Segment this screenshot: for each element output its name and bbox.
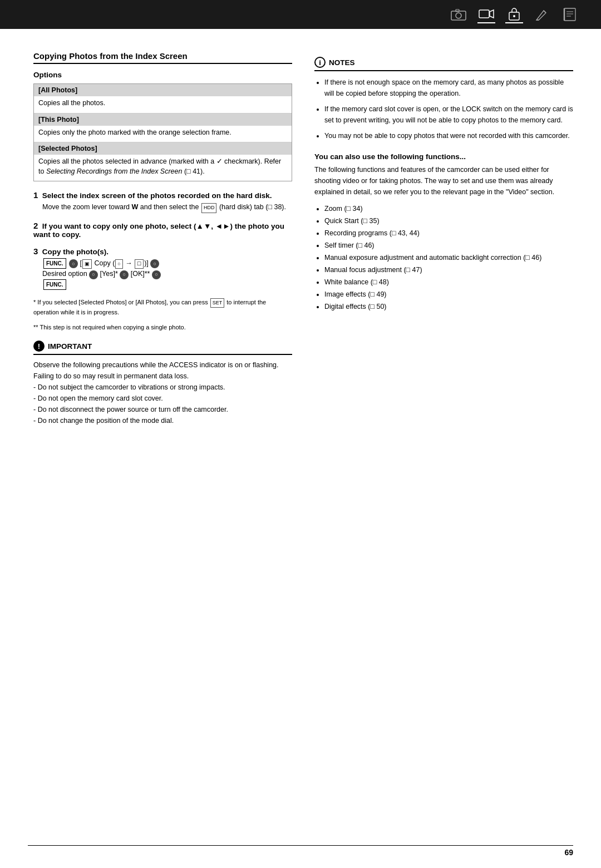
options-desc-all: Copies all the photos.	[34, 96, 292, 113]
options-header-all: [All Photos]	[34, 84, 292, 96]
step-3-body: FUNC. ○ [▣ Copy (○ → ☐)] ○ Desired optio…	[33, 258, 292, 290]
video-icon	[477, 6, 495, 23]
options-desc-this: Copies only the photo marked with the or…	[34, 126, 292, 142]
svg-line-7	[544, 11, 546, 13]
edit-icon	[533, 6, 551, 23]
step-1: 1 Select the index screen of the photos …	[33, 190, 292, 213]
svg-rect-9	[564, 8, 575, 21]
hdd-icon: HDD	[201, 203, 217, 213]
following-item-exposure: Manual exposure adjustment and automatic…	[324, 252, 573, 263]
following-item-zoom: Zoom (□ 34)	[324, 203, 573, 214]
notes-box: i NOTES If there is not enough space on …	[314, 57, 573, 141]
following-item-whitebalance: White balance (□ 48)	[324, 277, 573, 288]
set-icon: SET	[210, 298, 225, 308]
circle-btn-1: ○	[69, 259, 78, 268]
left-column: Copying Photos from the Index Screen Opt…	[33, 51, 292, 426]
book-icon	[561, 6, 579, 23]
important-header: ! IMPORTANT	[33, 341, 292, 355]
page-number: 69	[564, 848, 573, 857]
following-intro: The following functions and features of …	[314, 164, 573, 312]
circle-btn-3: ○	[89, 270, 98, 279]
footnote-2: ** This step is not required when copyin…	[33, 323, 292, 332]
important-item-1: Do not subject the camcorder to vibratio…	[33, 382, 292, 393]
important-list: Do not subject the camcorder to vibratio…	[33, 382, 292, 426]
following-list: Zoom (□ 34) Quick Start (□ 35) Recording…	[314, 203, 573, 312]
following-item-digitaleffects: Digital effects (□ 50)	[324, 301, 573, 312]
notes-item-1: If there is not enough space on the memo…	[324, 77, 573, 99]
options-row-this: [This Photo] Copies only the photo marke…	[34, 114, 292, 143]
circle-btn-2: ○	[150, 259, 159, 268]
notes-item-3: You may not be able to copy photos that …	[324, 130, 573, 141]
copy-to-icon: ☐	[135, 259, 144, 269]
options-title: Options	[33, 71, 292, 79]
following-box: You can also use the following functions…	[314, 152, 573, 312]
important-body: Observe the following precautions while …	[33, 359, 292, 426]
notes-header: i NOTES	[314, 57, 573, 71]
func-box-1: FUNC.	[43, 258, 66, 269]
following-item-recording: Recording programs (□ 43, 44)	[324, 228, 573, 239]
photo-icon	[505, 6, 523, 23]
important-box: ! IMPORTANT Observe the following precau…	[33, 341, 292, 426]
notes-icon: i	[314, 57, 326, 68]
copy-from-icon: ○	[115, 259, 122, 269]
notes-body: If there is not enough space on the memo…	[314, 77, 573, 141]
important-intro: Observe the following precautions while …	[33, 359, 292, 382]
svg-marker-4	[490, 10, 494, 18]
notes-list: If there is not enough space on the memo…	[314, 77, 573, 141]
important-item-3: Do not disconnect the power source or tu…	[33, 404, 292, 415]
step-3-header: 3 Copy the photo(s).	[33, 246, 292, 256]
following-item-selftimer: Self timer (□ 46)	[324, 240, 573, 251]
options-row-all: [All Photos] Copies all the photos.	[34, 84, 292, 114]
following-item-focus: Manual focus adjustment (□ 47)	[324, 264, 573, 275]
following-item-imageeffects: Image effects (□ 49)	[324, 289, 573, 300]
func-box-2: FUNC.	[43, 279, 66, 290]
step-2-header: 2 If you want to copy only one photo, se…	[33, 221, 292, 239]
step-2: 2 If you want to copy only one photo, se…	[33, 221, 292, 239]
section-title: Copying Photos from the Index Screen	[33, 51, 292, 64]
notes-item-2: If the memory card slot cover is open, o…	[324, 103, 573, 126]
important-icon: !	[33, 341, 45, 352]
options-header-selected: [Selected Photos]	[34, 142, 292, 155]
top-icon-group	[450, 6, 579, 23]
camera-icon	[450, 6, 467, 23]
circle-btn-5: ○	[152, 270, 161, 279]
options-header-this: [This Photo]	[34, 114, 292, 126]
options-row-selected: [Selected Photos] Copies all the photos …	[34, 142, 292, 181]
bottom-line	[28, 845, 573, 846]
svg-point-1	[456, 13, 461, 18]
following-header: You can also use the following functions…	[314, 152, 573, 161]
step-1-body: Move the zoom lever toward W and then se…	[33, 202, 292, 213]
hdd-icon-2: ▣	[82, 259, 92, 269]
step-3: 3 Copy the photo(s). FUNC. ○ [▣ Copy (○ …	[33, 246, 292, 290]
circle-btn-4: ○	[120, 270, 129, 279]
footnote-1: * If you selected [Selected Photos] or […	[33, 298, 292, 317]
options-desc-selected: Copies all the photos selected in advanc…	[34, 155, 292, 181]
following-intro-text: The following functions and features of …	[314, 164, 573, 198]
svg-point-6	[513, 15, 515, 17]
options-table: [All Photos] Copies all the photos. [Thi…	[33, 83, 292, 181]
important-item-4: Do not change the position of the mode d…	[33, 415, 292, 426]
step-1-header: 1 Select the index screen of the photos …	[33, 190, 292, 200]
right-column: i NOTES If there is not enough space on …	[314, 51, 573, 426]
page-content: Copying Photos from the Index Screen Opt…	[0, 29, 601, 448]
top-bar	[0, 0, 601, 29]
following-item-quickstart: Quick Start (□ 35)	[324, 215, 573, 226]
important-item-2: Do not open the memory card slot cover.	[33, 393, 292, 404]
svg-rect-3	[479, 10, 489, 18]
